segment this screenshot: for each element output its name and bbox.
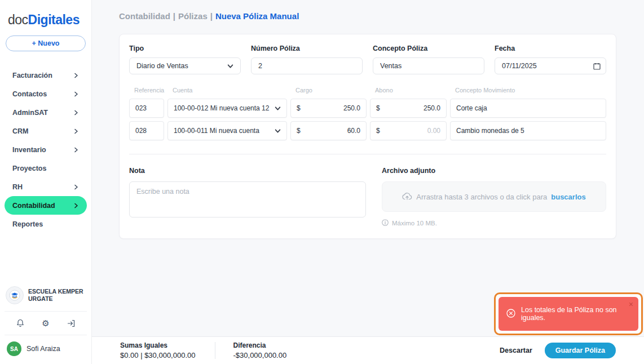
new-button[interactable]: + Nuevo	[6, 35, 86, 51]
diferencia-label: Diferencia	[233, 341, 287, 349]
content: Contabilidad|Pólizas|Nueva Póliza Manual…	[92, 0, 644, 239]
fecha-input[interactable]	[495, 57, 606, 74]
chevron-down-icon	[275, 105, 281, 112]
chevron-right-icon	[73, 203, 79, 208]
sumas-iguales-value: $0.00 | $30,000,000.00	[120, 351, 196, 359]
referencia-input[interactable]: 028	[129, 121, 164, 140]
sidebar-item-reportes[interactable]: Reportes	[5, 215, 87, 233]
company-block[interactable]: ESCUELA KEMPER URGATE	[0, 286, 91, 311]
sidebar-item-contactos[interactable]: Contactos	[5, 85, 87, 103]
user-avatar: SA	[7, 341, 21, 356]
poliza-header-fields: Tipo Diario de Ventas Número Póliza Conc…	[129, 45, 606, 74]
cargo-value: 60.0	[347, 127, 360, 135]
chevron-right-icon	[73, 73, 79, 78]
divider	[129, 154, 606, 154]
cargo-input[interactable]: $ 250.0	[290, 99, 367, 118]
chevron-down-icon	[227, 63, 233, 69]
sidebar-nav: Facturación Contactos AdminSAT CRM Inven…	[0, 66, 91, 233]
bell-icon[interactable]	[16, 319, 24, 327]
cuenta-select[interactable]: 100-00-012 Mi nueva cuenta 12	[167, 99, 287, 118]
cuenta-value: 100-00-012 Mi nueva cuenta 12	[174, 104, 269, 112]
sidebar-icon-row: ⚙	[0, 312, 91, 335]
abono-value: 0.00	[427, 127, 440, 135]
header-cuenta: Cuenta	[167, 87, 287, 94]
sidebar-item-label: CRM	[12, 127, 28, 135]
sidebar: docDigitales + Nuevo Facturación Contact…	[0, 0, 92, 364]
breadcrumb-separator: |	[170, 11, 178, 21]
cuenta-select[interactable]: 100-00-011 Mi nueva cuenta	[167, 121, 287, 140]
concepto-movimiento-input[interactable]: Corte caja	[450, 99, 606, 118]
breadcrumb-current: Nueva Póliza Manual	[215, 11, 299, 21]
diferencia-value: -$30,000,000.00	[233, 351, 287, 359]
breadcrumb: Contabilidad|Pólizas|Nueva Póliza Manual	[119, 11, 644, 21]
currency-symbol: $	[297, 127, 301, 135]
hint-text: Máximo 10 MB.	[392, 220, 437, 227]
chevron-right-icon	[73, 128, 79, 134]
concepto-poliza-input[interactable]	[373, 57, 484, 74]
numero-poliza-input[interactable]	[251, 57, 363, 74]
company-logo-icon	[6, 286, 24, 304]
header-cargo: Cargo	[290, 87, 367, 94]
footer-bar: Sumas Iguales $0.00 | $30,000,000.00 Dif…	[92, 336, 644, 364]
nota-field: Nota	[129, 167, 366, 227]
archivo-adjunto-label: Archivo adjunto	[382, 167, 606, 175]
movimientos-header: Referencia Cuenta Cargo Abono Concepto M…	[129, 87, 606, 99]
header-concepto-movimiento: Concepto Movimiento	[450, 87, 606, 94]
concepto-poliza-field: Concepto Póliza	[373, 45, 484, 74]
sidebar-item-label: AdminSAT	[12, 109, 48, 117]
tipo-label: Tipo	[129, 45, 241, 52]
numero-poliza-field: Número Póliza	[251, 45, 363, 74]
sidebar-item-label: Contabilidad	[12, 202, 55, 210]
toast-message: Los totales de la Póliza no son iguales.	[521, 306, 625, 322]
app-logo: docDigitales	[0, 0, 91, 28]
chevron-right-icon	[73, 91, 79, 97]
sidebar-item-label: Reportes	[12, 220, 43, 228]
sidebar-item-label: RH	[12, 183, 23, 191]
cargo-input[interactable]: $ 60.0	[290, 121, 367, 140]
diferencia-block: Diferencia -$30,000,000.00	[233, 341, 287, 359]
numero-poliza-label: Número Póliza	[251, 45, 363, 52]
tipo-field: Tipo Diario de Ventas	[129, 45, 241, 74]
sidebar-item-proyectos[interactable]: Proyectos	[5, 159, 87, 177]
table-row: 028 100-00-011 Mi nueva cuenta $ 60.0 $ …	[129, 121, 606, 140]
gear-icon[interactable]: ⚙	[42, 319, 49, 327]
sidebar-item-facturacion[interactable]: Facturación	[5, 66, 87, 85]
logout-icon[interactable]	[67, 319, 75, 327]
cuenta-value: 100-00-011 Mi nueva cuenta	[174, 127, 259, 135]
sidebar-item-rh[interactable]: RH	[5, 177, 87, 196]
browse-files-link[interactable]: buscarlos	[551, 193, 585, 201]
sidebar-item-adminsat[interactable]: AdminSAT	[5, 103, 87, 122]
sidebar-item-label: Facturación	[12, 72, 52, 79]
sidebar-item-contabilidad[interactable]: Contabilidad	[5, 196, 87, 215]
sidebar-item-inventario[interactable]: Inventario	[5, 140, 87, 159]
dropzone-text: Arrastra hasta 3 archivos o da click par…	[416, 193, 547, 201]
company-name: ESCUELA KEMPER URGATE	[28, 288, 87, 303]
abono-value: 250.0	[424, 104, 440, 112]
chevron-down-icon	[275, 128, 281, 134]
header-referencia: Referencia	[129, 87, 164, 94]
movimientos-table: Referencia Cuenta Cargo Abono Concepto M…	[129, 87, 606, 140]
abono-input[interactable]: $ 250.0	[370, 99, 447, 118]
header-abono: Abono	[370, 87, 447, 94]
main-area: Contabilidad|Pólizas|Nueva Póliza Manual…	[92, 0, 644, 364]
file-dropzone[interactable]: Arrastra hasta 3 archivos o da click par…	[382, 181, 606, 212]
poliza-form-card: Tipo Diario de Ventas Número Póliza Conc…	[119, 34, 616, 239]
nota-adjunto-section: Nota Archivo adjunto Arrastra hasta 3 ar…	[129, 167, 606, 227]
user-block[interactable]: SA Sofi Araiza	[0, 335, 91, 364]
toast-highlight-box: Los totales de la Póliza no son iguales.…	[494, 292, 643, 335]
sidebar-item-crm[interactable]: CRM	[5, 122, 87, 140]
concepto-movimiento-input[interactable]: Cambio monedas de 5	[450, 121, 606, 140]
currency-symbol: $	[297, 104, 301, 112]
nota-textarea[interactable]	[129, 181, 366, 217]
info-icon	[382, 219, 389, 227]
close-icon[interactable]: ×	[629, 300, 633, 308]
descartar-button[interactable]: Descartar	[500, 347, 532, 354]
tipo-select[interactable]: Diario de Ventas	[129, 57, 241, 74]
guardar-poliza-button[interactable]: Guardar Póliza	[545, 343, 616, 358]
calendar-icon[interactable]	[593, 62, 601, 72]
referencia-input[interactable]: 023	[129, 99, 164, 118]
divider	[215, 342, 215, 359]
abono-input[interactable]: $ 0.00	[370, 121, 447, 140]
breadcrumb-polizas[interactable]: Pólizas	[178, 11, 208, 21]
breadcrumb-contabilidad[interactable]: Contabilidad	[119, 11, 170, 21]
